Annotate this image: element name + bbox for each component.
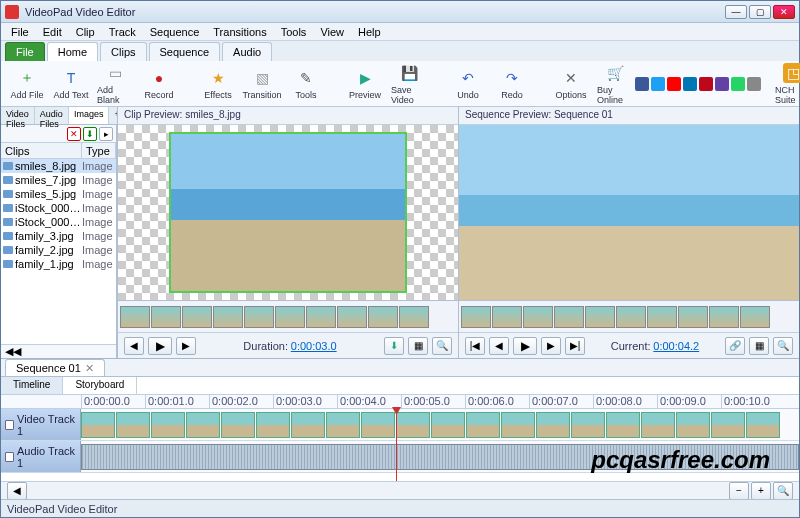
video-track-header[interactable]: Video Track 1 xyxy=(1,409,81,440)
minimize-button[interactable]: — xyxy=(725,5,747,19)
ribbon-tab-file[interactable]: File xyxy=(5,42,45,61)
timeline-clip[interactable] xyxy=(431,412,465,438)
close-button[interactable]: ✕ xyxy=(773,5,795,19)
seq-prev-frame-button[interactable]: ◀ xyxy=(489,337,509,355)
clip-thumbnail-strip[interactable] xyxy=(118,300,458,332)
timeline-clip[interactable] xyxy=(291,412,325,438)
bin-row[interactable]: smiles_5.jpgImage xyxy=(1,187,116,201)
thumbnail[interactable] xyxy=(616,306,646,328)
social-icon-6[interactable] xyxy=(731,77,745,91)
thumbnail[interactable] xyxy=(151,306,181,328)
thumbnail[interactable] xyxy=(213,306,243,328)
clip-prev-frame-button[interactable]: ◀ xyxy=(124,337,144,355)
sequence-thumbnail-strip[interactable] xyxy=(459,300,799,332)
bin-scroll-left[interactable]: ◀◀ xyxy=(5,345,21,358)
thumbnail[interactable] xyxy=(647,306,677,328)
ribbon-tab-home[interactable]: Home xyxy=(47,42,98,61)
thumbnail[interactable] xyxy=(554,306,584,328)
menu-tools[interactable]: Tools xyxy=(275,25,313,39)
ribbon-tab-sequence[interactable]: Sequence xyxy=(149,42,221,61)
audio-clip[interactable] xyxy=(81,444,799,470)
timeline-clip[interactable] xyxy=(151,412,185,438)
track-toggle-icon[interactable] xyxy=(5,420,14,430)
bin-list[interactable]: smiles_8.jpgImagesmiles_7.jpgImagesmiles… xyxy=(1,159,116,344)
social-icon-0[interactable] xyxy=(635,77,649,91)
redo-button[interactable]: ↷Redo xyxy=(492,66,532,102)
audio-track-body[interactable] xyxy=(81,441,799,472)
seq-snapshot-button[interactable]: ▦ xyxy=(749,337,769,355)
thumbnail[interactable] xyxy=(244,306,274,328)
social-icon-2[interactable] xyxy=(667,77,681,91)
tools-button[interactable]: ✎Tools xyxy=(286,66,326,102)
seq-start-button[interactable]: |◀ xyxy=(465,337,485,355)
maximize-button[interactable]: ▢ xyxy=(749,5,771,19)
add-file-button[interactable]: ＋Add File xyxy=(7,66,47,102)
sequence-preview-area[interactable] xyxy=(459,125,799,300)
bin-row[interactable]: family_1.jpgImage xyxy=(1,257,116,271)
ribbon-tab-clips[interactable]: Clips xyxy=(100,42,146,61)
timeline-clip[interactable] xyxy=(641,412,675,438)
timeline-clip[interactable] xyxy=(361,412,395,438)
record-button[interactable]: ●Record xyxy=(139,66,179,102)
social-icon-3[interactable] xyxy=(683,77,697,91)
menu-transitions[interactable]: Transitions xyxy=(207,25,272,39)
delete-clip-button[interactable]: ✕ xyxy=(67,127,81,141)
menu-track[interactable]: Track xyxy=(103,25,142,39)
menu-edit[interactable]: Edit xyxy=(37,25,68,39)
timeline-clip[interactable] xyxy=(466,412,500,438)
clip-preview-area[interactable] xyxy=(118,125,458,300)
timeline-clip[interactable] xyxy=(711,412,745,438)
thumbnail[interactable] xyxy=(492,306,522,328)
thumbnail[interactable] xyxy=(585,306,615,328)
thumbnail[interactable] xyxy=(461,306,491,328)
menu-sequence[interactable]: Sequence xyxy=(144,25,206,39)
menu-clip[interactable]: Clip xyxy=(70,25,101,39)
thumbnail[interactable] xyxy=(740,306,770,328)
bin-row[interactable]: family_3.jpgImage xyxy=(1,229,116,243)
social-icon-1[interactable] xyxy=(651,77,665,91)
menu-view[interactable]: View xyxy=(314,25,350,39)
zoom-out-button[interactable]: − xyxy=(729,482,749,500)
timeline-clip[interactable] xyxy=(501,412,535,438)
zoom-in-button[interactable]: + xyxy=(751,482,771,500)
clip-snapshot-button[interactable]: ▦ xyxy=(408,337,428,355)
seq-end-button[interactable]: ▶| xyxy=(565,337,585,355)
timeline-clip[interactable] xyxy=(256,412,290,438)
timeline-clip[interactable] xyxy=(396,412,430,438)
bin-tab-video[interactable]: Video Files xyxy=(1,107,35,124)
transition-button[interactable]: ▧Transition xyxy=(242,66,282,102)
timeline-clip[interactable] xyxy=(536,412,570,438)
seq-next-frame-button[interactable]: ▶ xyxy=(541,337,561,355)
seq-link-button[interactable]: 🔗 xyxy=(725,337,745,355)
thumbnail[interactable] xyxy=(120,306,150,328)
clip-insert-button[interactable]: ⬇ xyxy=(384,337,404,355)
thumbnail[interactable] xyxy=(368,306,398,328)
seq-play-button[interactable]: ▶ xyxy=(513,337,537,355)
timeline-scroll-left[interactable]: ◀ xyxy=(7,482,27,500)
timeline-clip[interactable] xyxy=(606,412,640,438)
clip-next-frame-button[interactable]: ▶ xyxy=(176,337,196,355)
thumbnail[interactable] xyxy=(275,306,305,328)
timeline-clip[interactable] xyxy=(571,412,605,438)
save-video-button[interactable]: 💾Save Video xyxy=(389,61,429,107)
clip-play-button[interactable]: ▶ xyxy=(148,337,172,355)
thumbnail[interactable] xyxy=(337,306,367,328)
add-text-button[interactable]: TAdd Text xyxy=(51,66,91,102)
storyboard-mode-tab[interactable]: Storyboard xyxy=(63,377,137,394)
bin-row[interactable]: family_2.jpgImage xyxy=(1,243,116,257)
thumbnail[interactable] xyxy=(523,306,553,328)
thumbnail[interactable] xyxy=(306,306,336,328)
timeline-clip[interactable] xyxy=(326,412,360,438)
thumbnail[interactable] xyxy=(182,306,212,328)
timeline-clip[interactable] xyxy=(221,412,255,438)
social-icon-7[interactable] xyxy=(747,77,761,91)
effects-button[interactable]: ★Effects xyxy=(198,66,238,102)
close-sequence-icon[interactable]: ✕ xyxy=(85,362,94,375)
audio-track-header[interactable]: Audio Track 1 xyxy=(1,441,81,472)
timeline-clip[interactable] xyxy=(81,412,115,438)
bin-tab-audio[interactable]: Audio Files xyxy=(35,107,69,124)
bin-row[interactable]: iStock_000015045876Sm...Image xyxy=(1,201,116,215)
timeline-clip[interactable] xyxy=(676,412,710,438)
thumbnail[interactable] xyxy=(709,306,739,328)
preview-button[interactable]: ▶Preview xyxy=(345,66,385,102)
